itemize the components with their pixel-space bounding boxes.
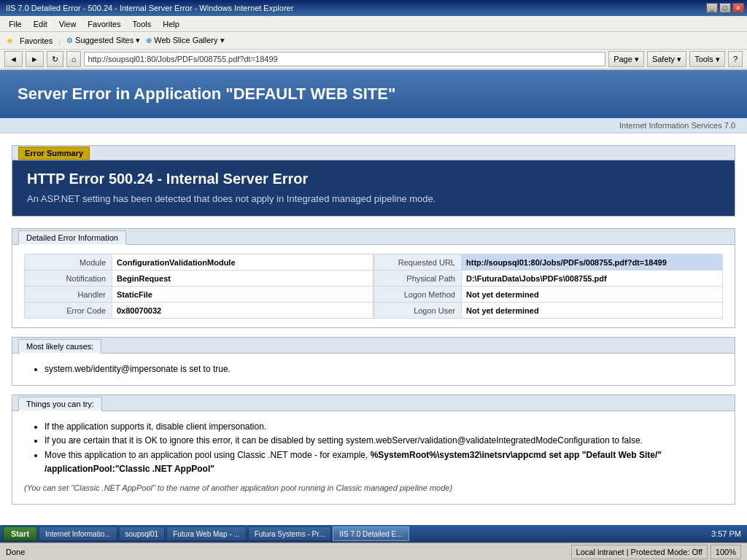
status-bar: Done Local intranet | Protected Mode: Of… [0,542,747,560]
most-likely-causes-section: Most likely causes: system.web/identity@… [12,337,735,386]
refresh-button[interactable]: ↻ [47,51,63,67]
taskbar-item-0[interactable]: Internet Informatio... [39,526,117,541]
requestedurl-value: http://soupsql01:80/Jobs/PDFs/008755.pdf… [462,254,723,271]
logonmethod-value: Not yet determined [462,287,723,303]
zone-text: Local intranet | Protected Mode: Off [571,545,708,559]
error-description: An ASP.NET setting has been detected tha… [27,193,720,204]
tools-button[interactable]: Tools ▾ [689,51,725,67]
page-button[interactable]: Page ▾ [608,51,644,67]
taskbar-right: 3:57 PM [711,529,744,538]
title-bar-buttons: _ □ ✕ [706,3,744,13]
causes-list: system.web/identity@impersonate is set t… [24,362,723,376]
things-list: If the application supports it, disable … [24,420,723,476]
browser-content: Server Error in Application "DEFAULT WEB… [0,70,747,525]
error-header-text: Server Error in Application "DEFAULT WEB… [18,85,395,103]
close-button[interactable]: ✕ [732,3,744,13]
toolbar: ◄ ► ↻ ⌂ http://soupsql01:80/Jobs/PDFs/00… [0,50,747,70]
status-text: Done [0,548,571,556]
list-item: If you are certain that it is OK to igno… [44,434,723,448]
favorites-button[interactable]: Favorites [20,36,53,45]
table-row: Handler StaticFile [25,287,374,303]
bottom-note: (You can set "Classic .NET AppPool" to t… [24,482,723,495]
menu-help[interactable]: Help [157,18,185,30]
detailed-error-tab: Detailed Error Information [18,230,126,245]
logonmethod-label: Logon Method [374,287,462,303]
list-item: Move this application to an application … [44,448,723,476]
web-slice-gallery-label: Web Slice Gallery ▾ [154,36,224,45]
home-button[interactable]: ⌂ [66,51,82,67]
details-table-left: Module ConfigurationValidationModule Not… [24,254,374,319]
taskbar-item-4[interactable]: IIS 7.0 Detailed E... [333,526,409,541]
list-item: If the application supports it, disable … [44,420,723,434]
logonuser-label: Logon User [374,303,462,319]
physicalpath-label: Physical Path [374,271,462,287]
favorites-label: Favorites [20,36,53,45]
menu-edit[interactable]: Edit [28,18,53,30]
favorites-bar: ★ Favorites | ⚙ Suggested Sites ▾ ⊕ Web … [0,32,747,50]
iis-watermark-text: Internet Information Services 7.0 [619,121,735,130]
table-row: Logon Method Not yet determined [374,287,723,303]
details-table-right: Requested URL http://soupsql01:80/Jobs/P… [374,254,723,319]
things-you-can-try-section: Things you can try: If the application s… [12,394,735,504]
menu-view[interactable]: View [53,18,82,30]
handler-value: StaticFile [112,287,374,303]
title-bar-text: IIS 7.0 Detailed Error - 500.24 - Intern… [3,4,293,12]
taskbar-item-label-0: Internet Informatio... [45,530,111,538]
taskbar-item-label-3: Futura Systems - Pr... [255,530,325,538]
taskbar-item-label-1: soupsql01 [125,530,159,538]
thing-text-1: If the application supports it, disable … [44,421,266,432]
list-item: system.web/identity@impersonate is set t… [44,362,723,376]
error-header: Server Error in Application "DEFAULT WEB… [0,70,747,118]
suggested-sites[interactable]: ⚙ Suggested Sites ▾ [66,36,140,45]
requestedurl-label: Requested URL [374,254,462,271]
things-body: If the application supports it, disable … [12,411,735,503]
start-button[interactable]: Start [3,526,37,541]
forward-button[interactable]: ► [26,51,44,67]
table-row: Notification BeginRequest [25,271,374,287]
menu-file[interactable]: File [3,18,28,30]
web-slice-gallery[interactable]: ⊕ Web Slice Gallery ▾ [146,36,224,45]
favorites-star-icon: ★ [6,36,14,46]
suggested-sites-label: Suggested Sites ▾ [75,36,140,45]
taskbar-item-label-2: Futura Web Map - ... [173,530,240,538]
safety-button[interactable]: Safety ▾ [647,51,686,67]
taskbar-item-3[interactable]: Futura Systems - Pr... [248,526,332,541]
title-bar: IIS 7.0 Detailed Error - 500.24 - Intern… [0,0,747,16]
menu-tools[interactable]: Tools [127,18,158,30]
error-summary-tab: Error Summary [18,147,90,160]
logonuser-value: Not yet determined [462,303,723,319]
clock: 3:57 PM [711,529,741,538]
handler-label: Handler [25,287,112,303]
zoom-text: 100% [711,545,741,559]
table-row: Logon User Not yet determined [374,303,723,319]
error-summary-container: Error Summary HTTP Error 500.24 - Intern… [12,145,735,217]
physicalpath-value: D:\FuturaData\Jobs\PDFs\008755.pdf [462,271,723,287]
error-summary-body: HTTP Error 500.24 - Internal Server Erro… [12,160,735,216]
table-row: Requested URL http://soupsql01:80/Jobs/P… [374,254,723,271]
most-likely-causes-body: system.web/identity@impersonate is set t… [12,354,735,385]
most-likely-causes-tab: Most likely causes: [18,339,101,354]
module-label: Module [25,254,112,271]
taskbar: Start Internet Informatio... soupsql01 F… [0,525,747,542]
menu-favorites[interactable]: Favorites [82,18,126,30]
taskbar-item-1[interactable]: soupsql01 [119,526,166,541]
cmd-highlight: %SystemRoot%\system32\inetsrv\appcmd set… [44,450,662,474]
table-row: Error Code 0x80070032 [25,303,374,319]
maximize-button[interactable]: □ [719,3,731,13]
back-button[interactable]: ◄ [4,51,23,67]
menu-bar: File Edit View Favorites Tools Help [0,16,747,32]
detailed-error-section: Detailed Error Information Module Config… [12,228,735,328]
minimize-button[interactable]: _ [706,3,718,13]
detailed-error-body: Module ConfigurationValidationModule Not… [12,245,735,327]
errorcode-value: 0x80070032 [112,303,374,319]
things-tab: Things you can try: [18,397,102,411]
start-label: Start [11,529,29,538]
address-bar[interactable]: http://soupsql01:80/Jobs/PDFs/008755.pdf… [84,52,605,66]
notification-label: Notification [25,271,112,287]
taskbar-item-label-4: IIS 7.0 Detailed E... [339,530,402,538]
cause-text-1: system.web/identity@impersonate is set t… [44,364,231,374]
taskbar-item-2[interactable]: Futura Web Map - ... [166,526,247,541]
taskbar-items: Internet Informatio... soupsql01 Futura … [39,526,409,541]
notification-value: BeginRequest [112,271,374,287]
help-button[interactable]: ? [728,51,743,67]
